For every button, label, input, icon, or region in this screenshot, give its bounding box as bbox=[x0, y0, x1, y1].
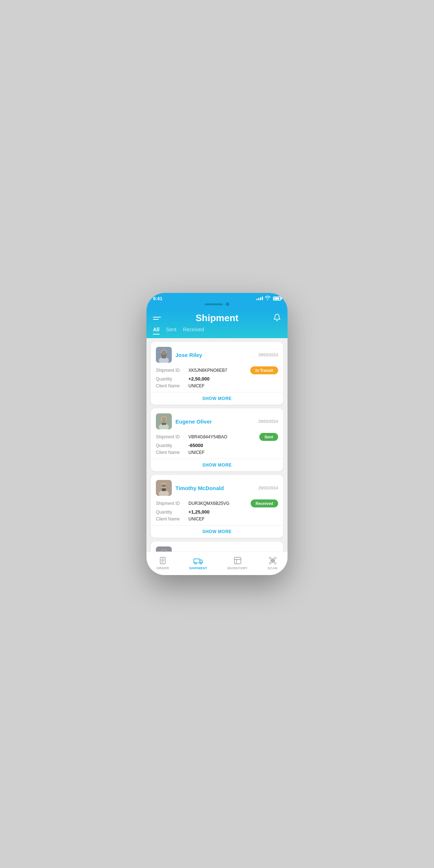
card-header: Chris Gilbert 29/03/2014 bbox=[156, 546, 278, 552]
detail-row-quantity: Quantity +1,25,000 bbox=[156, 509, 278, 515]
svg-rect-15 bbox=[162, 488, 166, 491]
status-time: 9:41 bbox=[153, 296, 162, 301]
menu-line-1 bbox=[153, 317, 161, 318]
avatar bbox=[156, 480, 172, 496]
nav-item-inventory[interactable]: INVENTORY bbox=[227, 556, 248, 570]
avatar bbox=[156, 413, 172, 429]
card-details: Shipment ID VBR4G844Y54BAO Sent Quantity… bbox=[156, 433, 278, 455]
svg-rect-10 bbox=[162, 423, 166, 425]
detail-row-client: Client Name UNICEF bbox=[156, 516, 278, 522]
signal-icon bbox=[256, 297, 263, 300]
person-name: Timothy McDonald bbox=[175, 485, 224, 491]
detail-label: Quantity bbox=[156, 443, 188, 448]
card-header-left: Jose Riley bbox=[156, 347, 202, 363]
detail-row-shipment-id: Shipment ID DUR3KQMX6B25VG Received bbox=[156, 499, 278, 507]
menu-icon[interactable] bbox=[153, 317, 161, 320]
detail-label: Shipment ID bbox=[156, 368, 188, 373]
detail-row-shipment-id: Shipment ID VBR4G844Y54BAO Sent bbox=[156, 433, 278, 441]
inventory-icon bbox=[233, 556, 242, 565]
svg-point-4 bbox=[161, 350, 166, 355]
nav-item-scan[interactable]: SCAN bbox=[268, 556, 278, 570]
battery-icon bbox=[273, 297, 281, 301]
status-icons bbox=[256, 296, 281, 301]
tab-all[interactable]: All bbox=[153, 327, 159, 335]
svg-rect-28 bbox=[194, 559, 200, 563]
svg-point-30 bbox=[200, 562, 202, 564]
bottom-nav: ORDER SHIPMENT INVENTORY bbox=[146, 552, 288, 575]
notch-area bbox=[146, 304, 288, 309]
card-header-left: Timothy McDonald bbox=[156, 480, 224, 496]
detail-label: Client Name bbox=[156, 450, 188, 455]
wifi-icon bbox=[265, 296, 271, 301]
detail-value-quantity: -65000 bbox=[188, 443, 278, 448]
svg-rect-35 bbox=[273, 559, 275, 560]
notch bbox=[199, 301, 235, 308]
tabs: All Sent Received bbox=[153, 327, 281, 338]
detail-value-shipment-id: DUR3KQMX6B25VG bbox=[188, 501, 251, 506]
detail-label: Shipment ID bbox=[156, 501, 188, 506]
status-badge: Received bbox=[251, 499, 278, 507]
menu-line-2 bbox=[153, 319, 159, 320]
avatar bbox=[156, 546, 172, 552]
detail-value-client: UNICEF bbox=[188, 450, 278, 455]
detail-value-quantity: +1,25,000 bbox=[188, 509, 278, 515]
detail-label: Shipment ID bbox=[156, 434, 188, 439]
svg-point-29 bbox=[195, 562, 196, 564]
header: Shipment All Sent Received bbox=[146, 309, 288, 338]
shipment-card: Timothy McDonald 29/03/2014 Shipment ID … bbox=[151, 475, 283, 538]
bell-icon[interactable] bbox=[273, 314, 281, 323]
card-date: 29/03/2014 bbox=[258, 486, 278, 490]
status-badge: In Transit bbox=[250, 366, 278, 374]
detail-label: Client Name bbox=[156, 516, 188, 522]
shipment-card: Chris Gilbert 29/03/2014 Shipment ID YNQ… bbox=[151, 541, 283, 552]
card-header: Jose Riley 29/03/2014 bbox=[156, 347, 278, 363]
nav-item-order[interactable]: ORDER bbox=[157, 556, 169, 570]
svg-point-9 bbox=[161, 417, 166, 422]
person-name: Eugene Oliver bbox=[175, 418, 212, 425]
notch-speaker bbox=[205, 303, 223, 305]
detail-value-shipment-id: VBR4G844Y54BAO bbox=[188, 434, 259, 439]
scan-icon bbox=[268, 556, 277, 565]
svg-rect-37 bbox=[273, 561, 275, 562]
card-header: Eugene Oliver 29/03/2014 bbox=[156, 413, 278, 429]
detail-value-quantity: +2,50,000 bbox=[188, 376, 278, 382]
tab-sent[interactable]: Sent bbox=[166, 327, 176, 335]
page-title: Shipment bbox=[196, 312, 238, 324]
shipment-card: Jose Riley 29/03/2014 Shipment ID XK5JN6… bbox=[151, 342, 283, 405]
detail-label: Quantity bbox=[156, 376, 188, 382]
svg-rect-34 bbox=[271, 559, 272, 560]
shipments-list: Jose Riley 29/03/2014 Shipment ID XK5JN6… bbox=[146, 338, 288, 552]
shipment-icon bbox=[193, 556, 203, 565]
header-top: Shipment bbox=[153, 312, 281, 324]
show-more-button[interactable]: SHOW MORE bbox=[156, 526, 278, 538]
card-header: Timothy McDonald 29/03/2014 bbox=[156, 480, 278, 496]
detail-value-client: UNICEF bbox=[188, 516, 278, 522]
card-details: Shipment ID DUR3KQMX6B25VG Received Quan… bbox=[156, 499, 278, 522]
notch-camera bbox=[226, 302, 229, 306]
nav-item-shipment[interactable]: SHIPMENT bbox=[189, 556, 208, 570]
nav-label-scan: SCAN bbox=[268, 566, 278, 570]
detail-label: Quantity bbox=[156, 510, 188, 515]
svg-rect-5 bbox=[162, 356, 166, 358]
avatar bbox=[156, 347, 172, 363]
nav-label-order: ORDER bbox=[157, 566, 169, 570]
show-more-button[interactable]: SHOW MORE bbox=[156, 459, 278, 471]
nav-label-shipment: SHIPMENT bbox=[189, 566, 208, 570]
detail-value-client: UNICEF bbox=[188, 383, 278, 388]
svg-rect-36 bbox=[271, 561, 272, 562]
order-icon bbox=[158, 556, 167, 565]
detail-row-shipment-id: Shipment ID XK5JN6KPNO6EB7 In Transit bbox=[156, 366, 278, 374]
status-badge: Sent bbox=[259, 433, 278, 441]
phone-frame: 9:41 bbox=[146, 293, 288, 575]
person-name: Jose Riley bbox=[175, 352, 202, 358]
detail-row-client: Client Name UNICEF bbox=[156, 450, 278, 455]
tab-received[interactable]: Received bbox=[183, 327, 204, 335]
show-more-button[interactable]: SHOW MORE bbox=[156, 392, 278, 405]
svg-rect-31 bbox=[234, 557, 241, 564]
nav-label-inventory: INVENTORY bbox=[227, 566, 248, 570]
card-header-left: Eugene Oliver bbox=[156, 413, 212, 429]
detail-value-shipment-id: XK5JN6KPNO6EB7 bbox=[188, 368, 250, 373]
detail-row-quantity: Quantity -65000 bbox=[156, 443, 278, 448]
card-header-left: Chris Gilbert bbox=[156, 546, 208, 552]
card-details: Shipment ID XK5JN6KPNO6EB7 In Transit Qu… bbox=[156, 366, 278, 388]
